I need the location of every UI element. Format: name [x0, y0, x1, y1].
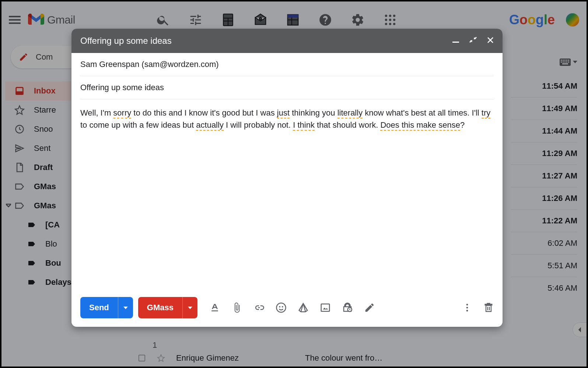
star-icon	[14, 105, 25, 115]
sublabel-text: Delays	[45, 277, 71, 287]
svg-point-42	[466, 310, 468, 312]
keyboard-icon	[560, 59, 571, 66]
search-icon[interactable]	[156, 13, 170, 27]
email-time[interactable]: 11:26 AM	[511, 187, 577, 210]
fullscreen-exit-button[interactable]	[469, 36, 477, 46]
envelope-at-icon[interactable]	[253, 13, 267, 27]
svg-point-15	[385, 23, 387, 25]
input-tools[interactable]	[511, 59, 577, 66]
subject-field[interactable]: Offering up some ideas	[80, 76, 494, 99]
formatting-icon[interactable]	[209, 302, 220, 313]
reports-icon[interactable]	[286, 13, 300, 27]
drive-icon[interactable]	[298, 302, 309, 313]
clock-icon	[14, 124, 25, 134]
label-icon	[27, 220, 36, 229]
email-time[interactable]: 5:51 AM	[511, 255, 577, 277]
nav-label: Draft	[34, 163, 53, 172]
email-row-visible[interactable]: Enrique Gimenez The colour went fro…	[138, 353, 520, 363]
sublabel-text: Bou	[45, 258, 61, 268]
email-time[interactable]: 11:22 AM	[511, 210, 577, 232]
email-time[interactable]: 5:46 AM	[511, 277, 577, 299]
label-icon	[14, 201, 25, 211]
email-time[interactable]: 11:49 AM	[511, 98, 577, 120]
nav-label: Snoo	[34, 124, 53, 134]
svg-point-41	[466, 307, 468, 309]
email-body-editor[interactable]: Well, I'm sorry to do this and I know it…	[80, 99, 494, 294]
svg-point-14	[393, 19, 395, 21]
email-time[interactable]: 11:27 AM	[511, 165, 577, 187]
signature-icon[interactable]	[364, 302, 375, 313]
sublabel-text: [CA	[45, 220, 60, 230]
trash-icon[interactable]	[483, 302, 494, 313]
nav-label: Starre	[34, 105, 56, 115]
side-panel-toggle[interactable]	[573, 322, 587, 337]
google-wordmark[interactable]: Google	[509, 12, 555, 28]
attach-icon[interactable]	[231, 302, 242, 313]
confidential-icon[interactable]	[342, 302, 353, 313]
svg-rect-30	[566, 61, 567, 63]
svg-rect-25	[566, 60, 567, 61]
nav-label: GMas	[34, 182, 56, 191]
send-label: Send	[89, 303, 109, 312]
inbox-icon	[14, 86, 25, 96]
spellcheck-word[interactable]: literally	[337, 108, 363, 118]
close-button[interactable]	[487, 36, 494, 46]
help-icon[interactable]	[318, 13, 332, 27]
svg-rect-31	[568, 61, 569, 63]
checkbox-icon[interactable]	[138, 354, 146, 362]
account-avatar[interactable]	[566, 13, 579, 26]
svg-point-12	[385, 19, 387, 21]
spellcheck-word[interactable]: try	[482, 108, 490, 118]
svg-point-13	[389, 19, 391, 21]
svg-rect-22	[561, 60, 562, 61]
spellcheck-word[interactable]: sorry	[113, 108, 131, 118]
email-subject: The colour went fro…	[305, 353, 382, 363]
compose-title: Offering up some ideas	[80, 36, 452, 46]
email-time[interactable]: 11:29 AM	[511, 142, 577, 165]
email-time[interactable]: 11:54 AM	[511, 75, 577, 98]
compose-label: Com	[36, 52, 53, 62]
gmass-options-dropdown[interactable]	[182, 297, 197, 318]
compose-header: Offering up some ideas	[71, 29, 503, 53]
send-icon	[14, 143, 25, 153]
send-options-dropdown[interactable]	[118, 297, 133, 318]
to-field[interactable]: Sam Greenspan (sam@wordzen.com)	[80, 53, 494, 76]
email-time[interactable]: 6:02 AM	[511, 232, 577, 255]
svg-rect-28	[563, 61, 564, 63]
to-value: Sam Greenspan (sam@wordzen.com)	[80, 60, 219, 69]
filter-icon[interactable]	[189, 13, 203, 27]
svg-rect-32	[562, 63, 568, 64]
gmail-text: Gmail	[47, 14, 75, 26]
nav-label: Inbox	[34, 86, 56, 96]
send-button[interactable]: Send	[80, 297, 133, 318]
svg-point-37	[282, 306, 283, 308]
svg-point-4	[259, 18, 262, 20]
settings-icon[interactable]	[351, 13, 365, 27]
menu-icon[interactable]	[9, 14, 21, 26]
link-icon[interactable]	[253, 302, 265, 313]
spellcheck-word[interactable]: just	[277, 108, 290, 118]
svg-point-16	[389, 23, 391, 25]
spellcheck-word[interactable]: actually	[196, 120, 224, 131]
svg-point-36	[279, 306, 280, 308]
sheets-icon[interactable]	[221, 13, 235, 27]
spellcheck-word[interactable]: I think	[293, 120, 315, 131]
draft-icon	[14, 162, 25, 173]
email-time[interactable]: 11:44 AM	[511, 120, 577, 142]
right-column: 11:54 AM 11:49 AM 11:44 AM 11:29 AM 11:2…	[511, 59, 577, 299]
more-options-icon[interactable]	[462, 302, 472, 313]
label-icon	[14, 181, 25, 192]
svg-point-9	[385, 15, 387, 17]
spellcheck-word[interactable]: Does this make sense	[380, 120, 460, 131]
star-icon[interactable]	[157, 354, 165, 362]
svg-point-11	[393, 15, 395, 17]
emoji-icon[interactable]	[276, 302, 287, 313]
svg-rect-27	[561, 61, 562, 63]
gmail-logo[interactable]: Gmail	[28, 14, 75, 26]
gmass-button[interactable]: GMass	[138, 297, 197, 318]
sublabel-text: Blo	[45, 239, 57, 249]
image-icon[interactable]	[320, 302, 331, 313]
minimize-button[interactable]	[452, 36, 459, 46]
apps-icon[interactable]	[383, 13, 397, 27]
svg-rect-6	[288, 15, 298, 18]
